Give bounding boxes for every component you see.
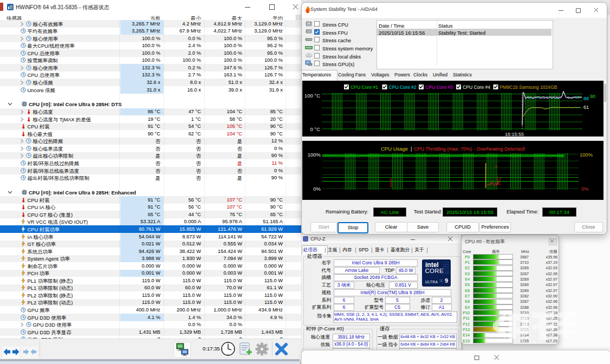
svg-text:CPU Core #4: CPU Core #4 bbox=[463, 84, 490, 90]
svg-text:88: 88 bbox=[583, 96, 589, 101]
svg-text:CPU Throttling (max: 70%) - Ov: CPU Throttling (max: 70%) - Overheating … bbox=[414, 146, 525, 152]
svg-text:0 °C: 0 °C bbox=[310, 126, 320, 132]
svg-text:CPU Core #1: CPU Core #1 bbox=[351, 84, 378, 90]
svg-text:CPU Core #3: CPU Core #3 bbox=[425, 84, 453, 90]
svg-text:100%: 100% bbox=[580, 152, 593, 158]
svg-text:PM9C1b Samsung 1024GB: PM9C1b Samsung 1024GB bbox=[500, 84, 557, 90]
svg-text:90: 90 bbox=[590, 94, 595, 99]
svg-text:|: | bbox=[411, 146, 412, 152]
svg-text:100 °C: 100 °C bbox=[304, 93, 320, 99]
svg-text:100%: 100% bbox=[308, 152, 321, 158]
svg-text:123: 123 bbox=[307, 30, 311, 33]
svg-text:61: 61 bbox=[583, 105, 589, 110]
svg-text:0%: 0% bbox=[581, 186, 589, 192]
svg-text:CPU Core #2: CPU Core #2 bbox=[389, 84, 417, 90]
svg-text:16:15:55: 16:15:55 bbox=[505, 132, 524, 136]
svg-text:0%: 0% bbox=[313, 186, 321, 192]
svg-text:CPU Usage: CPU Usage bbox=[381, 146, 408, 152]
